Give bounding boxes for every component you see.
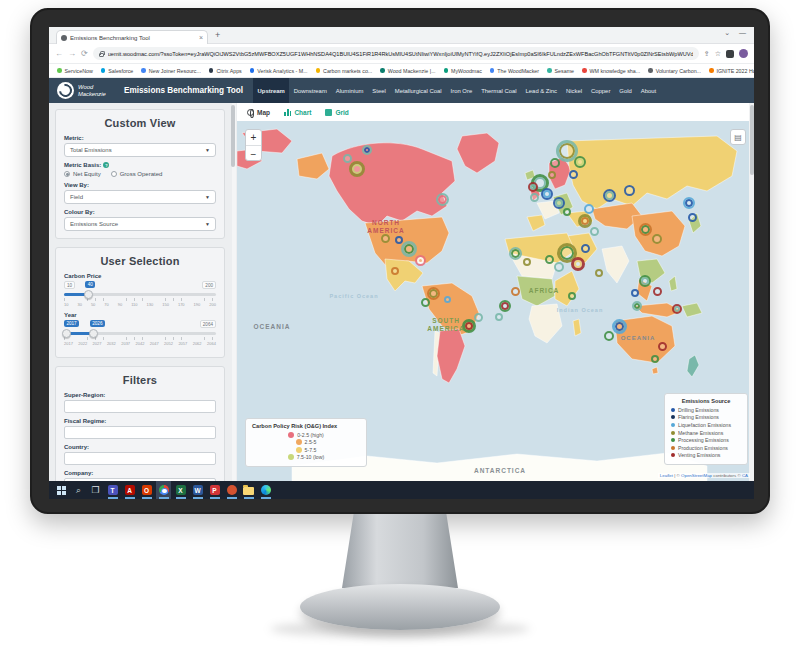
emissions-bubble[interactable] <box>639 275 651 287</box>
emissions-bubble[interactable] <box>436 193 449 206</box>
bookmark-item[interactable]: Voluntary Carbon... <box>648 68 701 74</box>
nav-item-steel[interactable]: Steel <box>368 78 390 103</box>
edge-icon[interactable] <box>258 481 273 499</box>
bookmark-star-icon[interactable]: ☆ <box>715 50 721 58</box>
emissions-bubble[interactable] <box>568 292 576 300</box>
bookmark-item[interactable]: Verisk Analytics - M... <box>250 68 308 74</box>
bookmark-item[interactable]: The WoodMacker <box>490 68 539 74</box>
office-icon[interactable]: O <box>139 481 154 499</box>
excel-icon[interactable]: X <box>173 481 188 499</box>
world-map[interactable]: NORTH AMERICASOUTH AMERICAAFRICAOCEANIAO… <box>237 121 754 481</box>
word-icon[interactable]: W <box>190 481 205 499</box>
file-explorer-icon[interactable] <box>241 481 256 499</box>
nav-item-nickel[interactable]: Nickel <box>561 78 586 103</box>
emissions-bubble[interactable] <box>548 171 556 179</box>
emissions-bubble[interactable] <box>509 247 522 260</box>
emissions-bubble[interactable] <box>553 197 565 209</box>
bookmark-item[interactable]: Sesame <box>547 68 574 74</box>
emissions-bubble[interactable] <box>541 188 553 200</box>
emissions-bubble[interactable] <box>683 197 695 209</box>
emissions-bubble[interactable] <box>362 145 372 155</box>
emissions-bubble[interactable] <box>391 267 399 275</box>
emissions-bubble[interactable] <box>523 258 531 266</box>
emissions-bubble[interactable] <box>672 304 682 314</box>
bookmark-item[interactable]: WM knowledge sha... <box>582 68 640 74</box>
bookmark-item[interactable]: IGNITE 2022 Home... <box>709 68 754 74</box>
emissions-bubble[interactable] <box>651 355 659 363</box>
emissions-bubble[interactable] <box>530 193 539 202</box>
nav-item-thermal-coal[interactable]: Thermal Coal <box>477 78 521 103</box>
tab-grid[interactable]: Grid <box>325 109 348 116</box>
nav-item-aluminium[interactable]: Aluminium <box>331 78 368 103</box>
radio-gross-operated[interactable]: Gross Operated <box>111 171 163 177</box>
tab-close-icon[interactable]: × <box>199 34 203 41</box>
back-icon[interactable]: ← <box>55 50 63 58</box>
emissions-bubble[interactable] <box>624 185 635 196</box>
filter-input[interactable] <box>64 400 216 413</box>
layers-control-icon[interactable]: ▤ <box>730 129 746 145</box>
emissions-bubble[interactable] <box>688 213 697 222</box>
emissions-bubble[interactable] <box>584 204 594 214</box>
powerpoint-icon[interactable] <box>224 481 239 499</box>
emissions-bubble[interactable] <box>653 287 662 296</box>
acrobat-icon[interactable]: A <box>122 481 137 499</box>
url-bar[interactable]: uemit.woodmac.com/?ssoToken=eyJraWQiOiJW… <box>93 47 699 60</box>
bookmark-item[interactable]: Citrix Apps <box>209 68 242 74</box>
window-minimize-icon[interactable]: — <box>739 29 746 37</box>
emissions-bubble[interactable] <box>495 313 503 321</box>
page-scrollbar[interactable] <box>749 103 754 481</box>
tab-chart[interactable]: Chart <box>284 109 311 116</box>
emissions-bubble[interactable] <box>415 255 426 266</box>
new-tab-button[interactable]: + <box>215 30 220 40</box>
emissions-bubble[interactable] <box>639 223 652 236</box>
nav-item-downstream[interactable]: Downstream <box>289 78 331 103</box>
emissions-bubble[interactable] <box>612 319 627 334</box>
emissions-bubble[interactable] <box>571 257 585 271</box>
search-icon[interactable]: ⌕ <box>71 481 86 499</box>
carbon-price-slider[interactable]: 10 40 200 1030507090110130150170190200 <box>64 281 216 307</box>
filter-input[interactable] <box>64 426 216 439</box>
emissions-bubble[interactable] <box>595 269 603 277</box>
bookmark-item[interactable]: MyWoodmac <box>444 68 482 74</box>
emissions-bubble[interactable] <box>631 289 639 297</box>
emissions-bubble[interactable] <box>550 158 560 168</box>
filter-input[interactable] <box>64 452 216 465</box>
nav-item-copper[interactable]: Copper <box>587 78 615 103</box>
emissions-bubble[interactable] <box>343 154 352 163</box>
emissions-bubble[interactable] <box>349 161 365 177</box>
sidebar-scrollbar[interactable] <box>232 103 236 481</box>
emissions-bubble[interactable] <box>578 214 592 228</box>
zoom-in-button[interactable]: + <box>246 130 261 146</box>
nav-item-metallurgical-coal[interactable]: Metallurgical Coal <box>390 78 446 103</box>
emissions-bubble[interactable] <box>590 227 599 236</box>
browser-tab[interactable]: Emissions Benchmarking Tool × <box>56 30 208 44</box>
emissions-bubble[interactable] <box>603 189 616 202</box>
metric-select[interactable]: Total Emissions▼ <box>64 143 216 157</box>
emissions-bubble[interactable] <box>499 300 511 312</box>
emissions-bubble[interactable] <box>395 236 403 244</box>
emissions-bubble[interactable] <box>581 244 590 253</box>
emissions-bubble[interactable] <box>569 170 578 179</box>
emissions-bubble[interactable] <box>554 262 564 272</box>
nav-item-lead-zinc[interactable]: Lead & Zinc <box>521 78 561 103</box>
bookmark-item[interactable]: ServiceNow <box>57 68 93 74</box>
teams-icon[interactable]: T <box>105 481 120 499</box>
nav-item-gold[interactable]: Gold <box>615 78 636 103</box>
nav-item-iron-ore[interactable]: Iron Ore <box>446 78 477 103</box>
app-red-icon[interactable]: P <box>207 481 222 499</box>
share-icon[interactable]: ⇪ <box>704 50 710 58</box>
start-button[interactable] <box>54 481 69 499</box>
profile-avatar[interactable] <box>739 49 748 58</box>
chrome-icon[interactable] <box>156 481 171 499</box>
emissions-bubble[interactable] <box>421 298 430 307</box>
colour-by-select[interactable]: Emissions Source▼ <box>64 217 216 231</box>
extensions-icon[interactable] <box>726 50 734 58</box>
nav-item-about[interactable]: About <box>636 78 660 103</box>
tab-map[interactable]: Map <box>247 109 270 116</box>
zoom-out-button[interactable]: − <box>246 146 261 162</box>
emissions-bubble[interactable] <box>658 342 667 351</box>
year-to-handle[interactable] <box>89 329 98 338</box>
nav-item-upstream[interactable]: Upstream <box>253 78 289 103</box>
forward-icon[interactable]: → <box>68 50 76 58</box>
window-menu-icon[interactable]: ⌄ <box>724 29 730 37</box>
